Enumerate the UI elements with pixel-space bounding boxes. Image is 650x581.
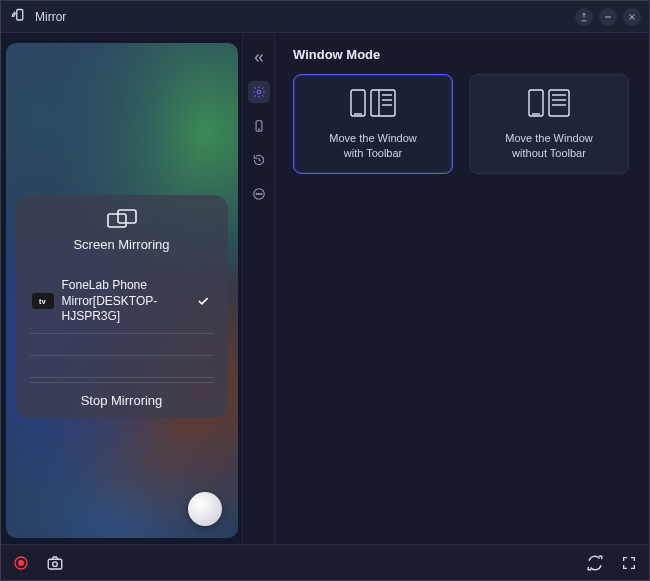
window-without-toolbar-icon (521, 87, 577, 121)
apple-tv-icon: tv (32, 293, 54, 309)
card-label: Move the Windowwithout Toolbar (495, 131, 602, 161)
svg-point-8 (258, 193, 259, 194)
bottom-bar (1, 544, 649, 580)
screenshot-button[interactable] (45, 553, 65, 573)
window-with-toolbar-icon (345, 87, 401, 121)
minimize-button[interactable] (599, 8, 617, 26)
svg-point-5 (258, 129, 259, 130)
assistive-touch-button[interactable] (188, 492, 222, 526)
device-slot-empty (30, 356, 214, 378)
right-panel: Window Mode Move the (243, 33, 649, 544)
svg-rect-12 (371, 90, 395, 116)
content-area: Window Mode Move the (275, 33, 649, 544)
svg-point-7 (256, 193, 257, 194)
toolbar-device[interactable] (248, 115, 270, 137)
screen-mirroring-panel: Screen Mirroring tv FoneLab Phone Mirror… (16, 195, 228, 418)
svg-rect-19 (549, 90, 569, 116)
svg-rect-10 (351, 90, 365, 116)
device-screen: Screen Mirroring tv FoneLab Phone Mirror… (6, 43, 238, 538)
titlebar: Mirror (1, 1, 649, 33)
svg-point-26 (53, 561, 58, 566)
screen-mirroring-icon (107, 209, 137, 231)
fullscreen-button[interactable] (619, 553, 639, 573)
toolbar-settings[interactable] (248, 81, 270, 103)
device-preview-area: Screen Mirroring tv FoneLab Phone Mirror… (1, 33, 243, 544)
record-button[interactable] (11, 553, 31, 573)
toolbar-history[interactable] (248, 149, 270, 171)
mirroring-device-name: FoneLab Phone Mirror[DESKTOP-HJSPR3G] (62, 278, 188, 325)
svg-rect-25 (48, 559, 62, 569)
svg-rect-17 (529, 90, 543, 116)
app-title: Mirror (35, 10, 66, 24)
window-mode-cards: Move the Windowwith Toolbar Move (293, 74, 631, 174)
app-icon (9, 7, 29, 27)
svg-point-24 (18, 560, 24, 566)
window-mode-without-toolbar[interactable]: Move the Windowwithout Toolbar (469, 74, 629, 174)
svg-rect-0 (17, 9, 23, 20)
window-mode-with-toolbar[interactable]: Move the Windowwith Toolbar (293, 74, 453, 174)
screen-mirroring-title: Screen Mirroring (73, 237, 169, 252)
svg-point-9 (260, 193, 261, 194)
toolbar-more[interactable] (248, 183, 270, 205)
stop-mirroring-button[interactable]: Stop Mirroring (30, 382, 214, 408)
check-icon (196, 294, 210, 308)
device-slot-empty (30, 334, 214, 356)
section-title: Window Mode (293, 47, 631, 62)
svg-rect-2 (118, 210, 136, 223)
collapse-button[interactable] (248, 47, 270, 69)
close-button[interactable] (623, 8, 641, 26)
rotate-button[interactable] (585, 553, 605, 573)
right-toolbar (243, 33, 275, 544)
card-label: Move the Windowwith Toolbar (319, 131, 426, 161)
svg-point-3 (257, 90, 261, 94)
mirroring-device-row[interactable]: tv FoneLab Phone Mirror[DESKTOP-HJSPR3G] (30, 270, 214, 334)
svg-rect-1 (108, 214, 126, 227)
main-area: Screen Mirroring tv FoneLab Phone Mirror… (1, 33, 649, 544)
pin-button[interactable] (575, 8, 593, 26)
